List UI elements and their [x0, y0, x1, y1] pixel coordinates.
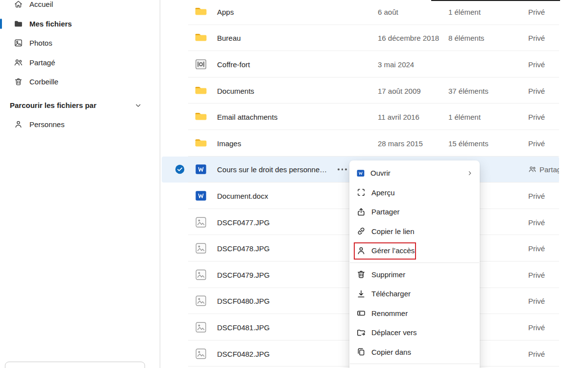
file-name: Documents — [217, 86, 254, 95]
file-date: 6 août — [378, 7, 398, 16]
table-row[interactable]: Email attachments 11 avril 2016 1 élémen… — [162, 104, 559, 130]
file-sharing: Privé — [528, 191, 559, 200]
browse-files-by-header[interactable]: Parcourir les fichiers par — [0, 96, 160, 115]
home-icon — [14, 0, 23, 9]
word-file-icon — [194, 162, 208, 176]
file-sharing: Privé — [528, 113, 559, 121]
file-name: DSCF0478.JPG — [217, 244, 270, 253]
menu-separator — [350, 364, 479, 364]
file-sharing: Privé — [528, 139, 559, 147]
file-size: 8 éléments — [448, 34, 484, 42]
sidebar-item-label: Partagé — [29, 58, 55, 67]
table-row[interactable]: Documents 17 août 2009 37 éléments Privé — [162, 78, 559, 104]
file-name: DSCF0481.JPG — [217, 323, 270, 331]
table-row[interactable]: Images 28 mars 2015 15 éléments Privé — [162, 130, 559, 157]
sidebar-item-home[interactable]: Accueil — [0, 0, 160, 14]
chevron-right-icon — [466, 170, 473, 177]
folder-icon — [194, 84, 208, 98]
folder-icon — [194, 31, 208, 45]
sidebar: Accueil Mes fichiers Photos Partagé Corb… — [0, 0, 160, 368]
folder-icon — [14, 19, 23, 28]
folder-icon — [194, 5, 208, 19]
sidebar-item-label: Accueil — [29, 0, 53, 8]
table-row[interactable]: Coffre-fort 3 mai 2024 Privé — [162, 51, 559, 78]
menu-item-rename[interactable]: Renommer — [349, 304, 480, 323]
file-sharing: Privé — [528, 86, 559, 95]
menu-item-label: Renommer — [371, 309, 408, 317]
vault-icon — [194, 57, 208, 71]
file-size: 1 élément — [448, 113, 481, 121]
file-name: DSCF0479.JPG — [217, 270, 270, 279]
person-icon — [14, 120, 23, 129]
file-sharing: Privé — [528, 60, 559, 68]
menu-item-label: Partager — [371, 208, 400, 216]
menu-item-label: Copier dans — [371, 348, 411, 356]
file-name: Apps — [217, 7, 234, 16]
file-date: 17 août 2009 — [378, 86, 421, 95]
menu-separator — [350, 263, 479, 263]
sidebar-item-label: Personnes — [29, 120, 65, 129]
file-sharing: Privé — [528, 270, 559, 279]
menu-item-open[interactable]: Ouvrir — [349, 163, 480, 183]
table-row[interactable]: Bureau 16 décembre 2018 8 éléments Privé — [162, 25, 559, 52]
file-sharing: Partagé — [528, 165, 559, 174]
file-size: 1 élément — [448, 7, 481, 16]
file-date: 16 décembre 2018 — [378, 34, 439, 42]
menu-item-download[interactable]: Télécharger — [349, 284, 480, 304]
sidebar-item-my-files[interactable]: Mes fichiers — [0, 14, 160, 34]
sidebar-item-people[interactable]: Personnes — [0, 115, 160, 134]
menu-item-copy-to[interactable]: Copier dans — [349, 342, 480, 362]
file-sharing: Privé — [528, 244, 559, 253]
sidebar-item-shared[interactable]: Partagé — [0, 53, 160, 73]
image-file-icon — [194, 347, 208, 361]
file-date: 3 mai 2024 — [378, 60, 414, 68]
menu-item-move-to[interactable]: Déplacer vers — [349, 323, 480, 342]
file-sharing: Privé — [528, 34, 559, 42]
more-actions-button[interactable] — [336, 166, 348, 173]
shared-people-icon — [528, 165, 537, 174]
menu-item-preview[interactable]: Aperçu — [349, 183, 480, 203]
sidebar-item-recycle-bin[interactable]: Corbeille — [0, 72, 160, 92]
file-size: 15 éléments — [448, 139, 489, 147]
app-promo-banner[interactable] — [5, 362, 145, 368]
file-name: DSCF0480.JPG — [217, 297, 270, 305]
trash-icon — [356, 269, 366, 279]
copy-icon — [356, 347, 366, 357]
preview-icon — [356, 187, 366, 197]
file-date: 28 mars 2015 — [378, 139, 423, 147]
menu-item-label: Ouvrir — [370, 169, 391, 177]
file-name: Coffre-fort — [217, 60, 250, 68]
photo-icon — [14, 38, 23, 48]
sidebar-item-label: Mes fichiers — [29, 20, 72, 28]
section-header-label: Parcourir les fichiers par — [10, 101, 97, 109]
menu-item-label: Télécharger — [371, 289, 411, 298]
menu-item-delete[interactable]: Supprimer — [349, 265, 480, 285]
selected-check-icon[interactable] — [175, 164, 185, 174]
move-icon — [356, 328, 366, 338]
menu-item-copy-link[interactable]: Copier le lien — [349, 222, 480, 241]
menu-item-manage-access[interactable]: Gérer l’accès — [349, 241, 480, 261]
chevron-down-icon — [134, 102, 142, 109]
link-icon — [356, 226, 366, 236]
file-sharing: Privé — [528, 218, 559, 226]
sidebar-item-photos[interactable]: Photos — [0, 33, 160, 53]
folder-icon — [194, 110, 208, 124]
menu-item-label: Aperçu — [371, 188, 395, 197]
file-sharing: Privé — [528, 349, 559, 358]
people-icon — [14, 58, 23, 67]
table-row[interactable]: Apps 6 août 1 élément Privé — [162, 0, 559, 25]
share-icon — [356, 207, 366, 217]
context-menu: Ouvrir Aperçu Partager Copier le lien Gé… — [349, 160, 480, 368]
file-name: Bureau — [217, 34, 241, 42]
file-size: 37 éléments — [448, 86, 489, 95]
file-sharing-label: Partagé — [539, 165, 559, 174]
file-name: DSCF0477.JPG — [217, 218, 270, 226]
image-file-icon — [194, 268, 208, 282]
file-name: DSCF0482.JPG — [217, 349, 270, 358]
sidebar-item-label: Corbeille — [29, 78, 58, 86]
menu-item-share[interactable]: Partager — [349, 202, 480, 222]
file-date: 11 avril 2016 — [378, 113, 419, 121]
rename-icon — [356, 308, 366, 318]
person-icon — [356, 246, 366, 256]
folder-icon — [194, 136, 208, 150]
